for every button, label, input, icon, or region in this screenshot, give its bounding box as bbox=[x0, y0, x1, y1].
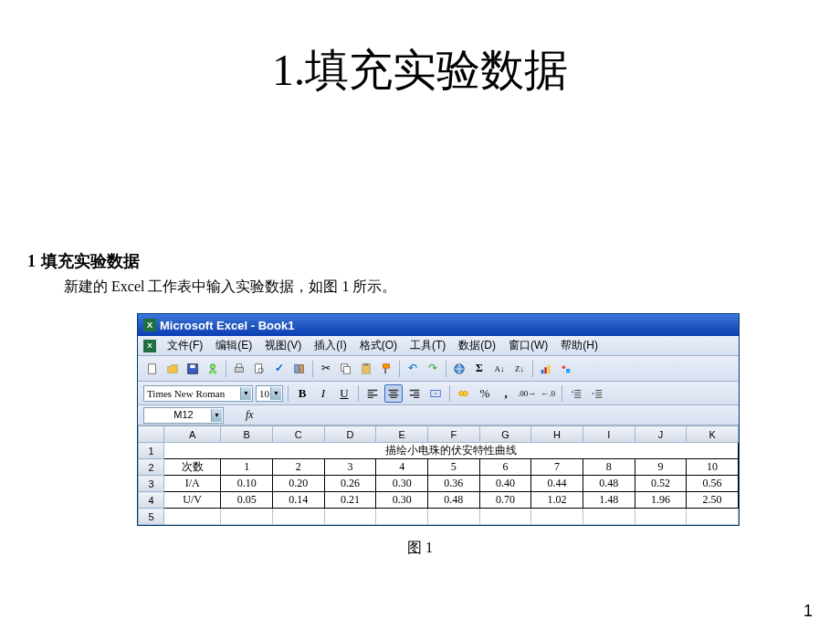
cell[interactable]: 1.02 bbox=[531, 492, 583, 509]
save-icon[interactable] bbox=[184, 360, 202, 378]
col-header[interactable]: K bbox=[687, 426, 739, 443]
font-size-select[interactable]: 10 ▼ bbox=[256, 385, 283, 402]
cell[interactable]: 0.21 bbox=[324, 492, 376, 509]
cut-icon[interactable]: ✂ bbox=[317, 360, 335, 378]
font-name-select[interactable]: Times New Roman ▼ bbox=[143, 385, 253, 402]
increase-decimal-button[interactable]: .00→ bbox=[518, 384, 536, 403]
cell[interactable]: 8 bbox=[583, 459, 635, 476]
menu-window[interactable]: 窗口(W) bbox=[503, 336, 553, 355]
align-left-button[interactable] bbox=[363, 384, 382, 403]
cell[interactable] bbox=[427, 509, 479, 525]
col-header[interactable]: B bbox=[221, 426, 273, 443]
row-header[interactable]: 2 bbox=[139, 459, 164, 476]
cell[interactable] bbox=[272, 509, 324, 525]
cell[interactable]: 0.14 bbox=[272, 492, 324, 509]
chart-wizard-icon[interactable] bbox=[537, 360, 555, 378]
name-box[interactable]: M12 ▼ bbox=[143, 407, 224, 424]
italic-button[interactable]: I bbox=[314, 384, 332, 403]
menu-view[interactable]: 视图(V) bbox=[259, 336, 307, 355]
decrease-decimal-button[interactable]: ←.0 bbox=[539, 384, 557, 403]
menu-file[interactable]: 文件(F) bbox=[162, 336, 208, 355]
menu-data[interactable]: 数据(D) bbox=[453, 336, 501, 355]
cell[interactable]: 0.30 bbox=[376, 476, 428, 492]
merge-center-button[interactable] bbox=[426, 384, 445, 403]
cell[interactable]: 0.48 bbox=[427, 492, 479, 509]
col-header[interactable]: C bbox=[272, 426, 324, 443]
col-header[interactable]: D bbox=[324, 426, 376, 443]
cell[interactable] bbox=[164, 509, 221, 525]
cell[interactable]: 3 bbox=[324, 459, 376, 476]
cell[interactable]: 0.70 bbox=[479, 492, 531, 509]
menu-edit[interactable]: 编辑(E) bbox=[210, 336, 257, 355]
row-header[interactable]: 5 bbox=[139, 509, 164, 525]
worksheet-grid[interactable]: A B C D E F G H I J K 1 描绘小电珠的伏安特性曲线 bbox=[138, 425, 739, 525]
fx-label[interactable]: fx bbox=[246, 408, 254, 422]
hyperlink-icon[interactable] bbox=[450, 360, 468, 378]
cell[interactable]: 4 bbox=[376, 459, 428, 476]
cell[interactable]: U/V bbox=[164, 492, 221, 509]
bold-button[interactable]: B bbox=[293, 384, 311, 403]
col-header[interactable]: E bbox=[376, 426, 428, 443]
cell[interactable] bbox=[221, 509, 273, 525]
cell[interactable]: 0.56 bbox=[687, 476, 739, 492]
spelling-icon[interactable]: ✓ bbox=[270, 360, 289, 378]
autosum-icon[interactable]: Σ bbox=[470, 360, 488, 378]
merged-title-cell[interactable]: 描绘小电珠的伏安特性曲线 bbox=[164, 443, 739, 459]
print-icon[interactable] bbox=[230, 360, 248, 378]
new-icon[interactable] bbox=[143, 360, 162, 378]
cell[interactable]: 1.96 bbox=[635, 492, 687, 509]
select-all-corner[interactable] bbox=[139, 426, 164, 443]
cell[interactable]: 次数 bbox=[164, 459, 221, 476]
undo-icon[interactable]: ↶ bbox=[404, 360, 422, 378]
cell[interactable]: 0.48 bbox=[583, 476, 635, 492]
increase-indent-button[interactable] bbox=[588, 384, 606, 403]
align-right-button[interactable] bbox=[405, 384, 424, 403]
cell[interactable]: 2.50 bbox=[687, 492, 739, 509]
cell[interactable]: 2 bbox=[272, 459, 324, 476]
col-header[interactable]: I bbox=[583, 426, 635, 443]
cell[interactable]: 0.05 bbox=[221, 492, 273, 509]
cell[interactable] bbox=[531, 509, 583, 525]
cell[interactable]: I/A bbox=[164, 476, 221, 492]
cell[interactable]: 0.10 bbox=[221, 476, 273, 492]
cell[interactable] bbox=[583, 509, 635, 525]
cell[interactable]: 5 bbox=[427, 459, 479, 476]
menu-tools[interactable]: 工具(T) bbox=[404, 336, 451, 355]
sort-desc-icon[interactable]: Z↓ bbox=[510, 360, 529, 378]
cell[interactable] bbox=[479, 509, 531, 525]
row-header[interactable]: 3 bbox=[139, 476, 164, 492]
cell[interactable] bbox=[635, 509, 687, 525]
col-header[interactable]: A bbox=[164, 426, 221, 443]
format-painter-icon[interactable] bbox=[377, 360, 395, 378]
drawing-icon[interactable] bbox=[557, 360, 575, 378]
permission-icon[interactable] bbox=[204, 360, 222, 378]
underline-button[interactable]: U bbox=[335, 384, 353, 403]
decrease-indent-button[interactable] bbox=[567, 384, 585, 403]
cell[interactable]: 0.36 bbox=[427, 476, 479, 492]
cell[interactable]: 0.40 bbox=[479, 476, 531, 492]
menu-insert[interactable]: 插入(I) bbox=[309, 336, 352, 355]
sort-asc-icon[interactable]: A↓ bbox=[490, 360, 509, 378]
preview-icon[interactable] bbox=[250, 360, 268, 378]
row-header[interactable]: 4 bbox=[139, 492, 164, 509]
menu-help[interactable]: 帮助(H) bbox=[555, 336, 604, 355]
col-header[interactable]: G bbox=[479, 426, 531, 443]
align-center-button[interactable] bbox=[384, 384, 403, 403]
cell[interactable]: 1.48 bbox=[583, 492, 635, 509]
title-bar[interactable]: X Microsoft Excel - Book1 bbox=[138, 314, 739, 336]
cell[interactable]: 9 bbox=[635, 459, 687, 476]
open-icon[interactable] bbox=[163, 360, 182, 378]
cell[interactable]: 0.26 bbox=[324, 476, 376, 492]
cell[interactable] bbox=[687, 509, 739, 525]
currency-button[interactable] bbox=[455, 384, 473, 403]
paste-icon[interactable] bbox=[357, 360, 375, 378]
percent-button[interactable]: % bbox=[476, 384, 494, 403]
col-header[interactable]: H bbox=[531, 426, 583, 443]
cell[interactable]: 7 bbox=[531, 459, 583, 476]
cell[interactable]: 0.30 bbox=[376, 492, 428, 509]
cell[interactable] bbox=[376, 509, 428, 525]
cell[interactable] bbox=[324, 509, 376, 525]
cell[interactable]: 1 bbox=[221, 459, 273, 476]
cell[interactable]: 0.52 bbox=[635, 476, 687, 492]
copy-icon[interactable] bbox=[337, 360, 355, 378]
